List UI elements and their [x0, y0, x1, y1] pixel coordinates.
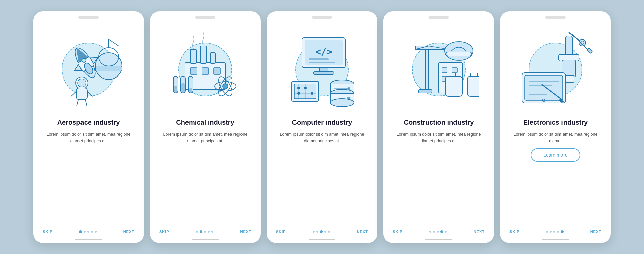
svg-point-13 — [78, 79, 86, 87]
svg-rect-93 — [525, 75, 563, 100]
bottom-nav-construction: SKIP NEXT — [383, 226, 494, 239]
svg-rect-22 — [210, 53, 215, 63]
phone-notch — [78, 16, 99, 19]
dot-1 — [546, 231, 548, 233]
dot-4 — [208, 231, 210, 233]
svg-point-53 — [297, 92, 300, 95]
dot-5 — [211, 231, 213, 233]
svg-line-17 — [77, 100, 78, 106]
svg-rect-31 — [189, 88, 192, 93]
svg-rect-23 — [190, 68, 197, 74]
phone-notch-electronics — [545, 16, 566, 19]
illustration-chemical — [150, 21, 261, 118]
skip-button-aerospace[interactable]: SKIP — [43, 230, 53, 234]
dot-5 — [445, 231, 447, 233]
dots-chemical — [196, 230, 213, 233]
dot-4 — [324, 231, 326, 233]
svg-rect-8 — [95, 66, 122, 71]
svg-rect-24 — [202, 68, 209, 74]
dot-3 — [87, 231, 89, 233]
svg-line-11 — [109, 39, 119, 46]
illustration-electronics — [500, 21, 611, 118]
phone-notch-construction — [429, 16, 449, 19]
svg-rect-67 — [419, 90, 432, 93]
next-button-chemical[interactable]: NEXT — [240, 230, 251, 234]
next-button-construction[interactable]: NEXT — [474, 230, 485, 234]
dot-1 — [429, 231, 431, 233]
dots-electronics — [546, 230, 564, 233]
home-indicator-electronics — [542, 239, 569, 240]
phone-top-aerospace — [33, 11, 144, 21]
home-indicator-computer — [309, 239, 335, 240]
home-indicator-chemical — [192, 239, 219, 240]
electronics-icon — [515, 29, 596, 110]
bottom-nav-electronics: SKIP NEXT — [500, 226, 611, 239]
phone-top-construction — [383, 11, 494, 21]
phone-top-electronics — [500, 11, 611, 21]
dot-3 — [437, 231, 439, 233]
home-indicator-construction — [425, 239, 452, 240]
desc-computer: Lorem ipsum dolor sit dim amet, mea regi… — [276, 131, 368, 144]
dot-5 — [561, 230, 564, 233]
svg-point-88 — [579, 39, 586, 46]
svg-line-16 — [87, 91, 93, 96]
dot-5 — [328, 231, 330, 233]
dot-4 — [91, 231, 93, 233]
content-computer: Computer industry Lorem ipsum dolor sit … — [267, 118, 377, 226]
dot-3 — [320, 230, 323, 233]
content-electronics: Electronics industry Lorem ipsum dolor s… — [500, 118, 611, 226]
chemical-icon — [165, 29, 246, 110]
skip-button-chemical[interactable]: SKIP — [159, 230, 169, 234]
next-button-aerospace[interactable]: NEXT — [123, 230, 135, 234]
content-chemical: Chemical industry Lorem ipsum dolor sit … — [150, 118, 261, 226]
content-aerospace: Aerospace industry Lorem ipsum dolor sit… — [33, 118, 144, 226]
skip-button-computer[interactable]: SKIP — [276, 230, 286, 234]
svg-point-50 — [297, 87, 300, 89]
svg-rect-76 — [446, 52, 472, 56]
svg-rect-27 — [174, 86, 177, 93]
desc-chemical: Lorem ipsum dolor sit dim amet, mea regi… — [159, 131, 251, 144]
dot-2 — [316, 231, 318, 233]
dot-2 — [550, 231, 552, 233]
desc-aerospace: Lorem ipsum dolor sit dim amet, mea regi… — [43, 131, 135, 144]
dot-3 — [204, 231, 206, 233]
svg-rect-70 — [442, 68, 447, 73]
illustration-computer: </> — [267, 21, 377, 118]
svg-rect-40 — [309, 62, 335, 63]
phone-screen-construction: Construction industry Lorem ipsum dolor … — [383, 11, 494, 243]
next-button-electronics[interactable]: NEXT — [590, 230, 601, 234]
illustration-construction — [383, 21, 494, 118]
content-construction: Construction industry Lorem ipsum dolor … — [383, 118, 494, 226]
dot-2 — [84, 231, 86, 233]
skip-button-electronics[interactable]: SKIP — [509, 230, 520, 234]
svg-point-58 — [330, 99, 354, 107]
learn-more-button[interactable]: Learn more — [531, 148, 580, 162]
dot-1 — [79, 230, 82, 233]
phone-notch-chemical — [195, 16, 215, 19]
svg-point-62 — [347, 97, 350, 99]
svg-rect-42 — [313, 72, 334, 74]
dot-3 — [553, 231, 555, 233]
svg-point-52 — [311, 92, 313, 95]
dots-aerospace — [79, 230, 97, 233]
svg-rect-25 — [214, 68, 220, 74]
title-computer: Computer industry — [292, 118, 352, 127]
dot-4 — [557, 231, 559, 233]
skip-button-construction[interactable]: SKIP — [393, 230, 403, 234]
title-chemical: Chemical industry — [176, 118, 234, 127]
svg-line-18 — [85, 100, 87, 106]
phone-screen-chemical: Chemical industry Lorem ipsum dolor sit … — [150, 11, 261, 243]
svg-rect-39 — [309, 58, 329, 60]
svg-rect-71 — [452, 68, 457, 73]
phone-screen-electronics: Electronics industry Lorem ipsum dolor s… — [500, 11, 611, 243]
svg-line-15 — [71, 91, 76, 96]
construction-icon — [398, 29, 479, 110]
title-electronics: Electronics industry — [523, 118, 588, 127]
title-construction: Construction industry — [404, 118, 474, 127]
dots-construction — [429, 230, 447, 233]
phone-top-computer — [267, 11, 377, 21]
svg-point-32 — [223, 84, 228, 89]
svg-rect-83 — [566, 36, 572, 56]
svg-rect-14 — [76, 88, 87, 100]
next-button-computer[interactable]: NEXT — [357, 230, 368, 234]
